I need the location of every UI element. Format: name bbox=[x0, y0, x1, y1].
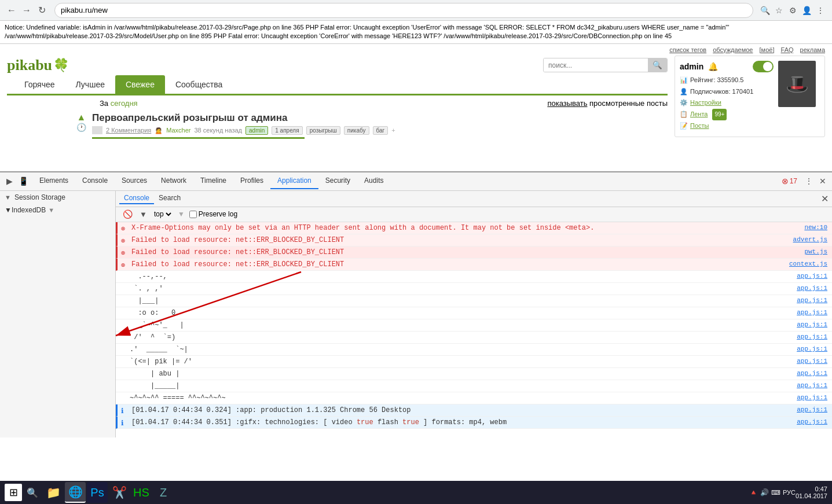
msg-source-info-2[interactable]: app.js:1 bbox=[797, 418, 827, 425]
nav-hot[interactable]: Горячее bbox=[14, 75, 65, 94]
context-select[interactable]: top bbox=[152, 209, 173, 219]
msg-source-ascii-2[interactable]: app.js:1 bbox=[797, 285, 827, 292]
search-icon[interactable]: 🔍 bbox=[758, 3, 772, 17]
tab-sources[interactable]: Sources bbox=[115, 173, 154, 189]
console-msg-ascii-10: |_____| app.js:1 bbox=[116, 380, 832, 392]
tab-security[interactable]: Security bbox=[318, 173, 357, 189]
star-icon[interactable]: ☆ bbox=[772, 3, 786, 17]
msg-source-ascii-3[interactable]: app.js:1 bbox=[797, 297, 827, 304]
settings-link[interactable]: Настройки bbox=[690, 97, 721, 109]
tab-timeline[interactable]: Timeline bbox=[193, 173, 233, 189]
add-tag-icon[interactable]: + bbox=[391, 127, 395, 134]
post-content: Первоапрельский розыгрыш от админа 2 Ком… bbox=[92, 112, 395, 139]
error-icon: ⊗ bbox=[121, 225, 125, 233]
top-link-my[interactable]: [моё] bbox=[760, 46, 775, 53]
tag-admin[interactable]: admin bbox=[245, 126, 268, 135]
msg-source-ascii-1[interactable]: app.js:1 bbox=[797, 273, 827, 279]
msg-source-ascii-8[interactable]: app.js:1 bbox=[797, 358, 827, 365]
msg-source-xframe[interactable]: new:10 bbox=[804, 224, 827, 231]
start-button[interactable]: ⊞ bbox=[5, 484, 22, 501]
taskbar-time: 0:47 bbox=[796, 485, 827, 492]
nav-best[interactable]: Лучшее bbox=[65, 75, 115, 94]
taskbar-search-button[interactable]: 🔍 bbox=[24, 484, 41, 501]
top-link-faq[interactable]: FAQ bbox=[781, 46, 794, 53]
device-icon[interactable]: 📱 bbox=[16, 174, 30, 188]
search-tab-btn[interactable]: Search bbox=[154, 193, 185, 204]
session-storage-item[interactable]: ▼ Session Storage bbox=[0, 191, 115, 204]
nav-communities[interactable]: Сообщества bbox=[165, 75, 233, 94]
search-input[interactable] bbox=[544, 58, 648, 72]
msg-source-ascii-10[interactable]: app.js:1 bbox=[797, 382, 827, 389]
preserve-log-checkbox[interactable] bbox=[189, 211, 197, 218]
taskbar-app-chrome[interactable]: 🌐 bbox=[65, 482, 86, 503]
msg-source-ascii-4[interactable]: app.js:1 bbox=[797, 309, 827, 316]
console-tab-btn[interactable]: Console bbox=[119, 193, 154, 204]
menu-icon[interactable]: ⋮ bbox=[813, 3, 827, 17]
msg-source-info-1[interactable]: app.js:1 bbox=[797, 406, 827, 413]
top-link-discuss[interactable]: обсуждаемое bbox=[713, 46, 753, 53]
extensions-icon[interactable]: ⚙ bbox=[786, 3, 800, 17]
address-bar[interactable] bbox=[54, 3, 753, 18]
feed-link[interactable]: Лента bbox=[690, 109, 708, 120]
msg-text-info-1: [01.04.17 0:44:34 0.324] :app: productio… bbox=[131, 406, 792, 414]
top-link-tags[interactable]: список тегов bbox=[669, 46, 706, 53]
tag-bug[interactable]: баг bbox=[373, 126, 388, 135]
msg-source-ascii-6[interactable]: app.js:1 bbox=[797, 333, 827, 340]
console-msg-ascii-8: `(<=| pik |= /' app.js:1 bbox=[116, 356, 832, 368]
taskbar-app-zeal[interactable]: Z bbox=[153, 482, 174, 503]
account-icon[interactable]: 👤 bbox=[800, 3, 813, 17]
msg-source-ascii-7[interactable]: app.js:1 bbox=[797, 345, 827, 352]
post-title[interactable]: Первоапрельский розыгрыш от админа bbox=[92, 112, 395, 124]
tab-profiles[interactable]: Profiles bbox=[233, 173, 270, 189]
taskbar-app-notepad[interactable]: HS bbox=[131, 482, 152, 503]
close-devtools-button[interactable]: ✕ bbox=[816, 174, 830, 188]
msg-source-advert[interactable]: advert.js bbox=[793, 236, 827, 243]
clear-console-button[interactable]: 🚫 bbox=[123, 209, 133, 219]
admin-card: admin 🔔 📊Рейтинг: 335590.5 👤Подписчиков:… bbox=[675, 56, 825, 137]
indexeddb-item[interactable]: ▼ IndexedDB ▼ bbox=[0, 204, 115, 216]
search-button[interactable]: 🔍 bbox=[648, 58, 667, 72]
ascii-line-10: |_____| bbox=[130, 382, 792, 390]
posts-link[interactable]: Посты bbox=[690, 120, 709, 132]
top-link-ads[interactable]: реклама bbox=[800, 46, 825, 53]
msg-source-pwt[interactable]: pwt.js bbox=[804, 248, 827, 255]
tab-elements[interactable]: Elements bbox=[32, 173, 75, 189]
tab-console[interactable]: Console bbox=[75, 173, 115, 189]
msg-text-pwt: Failed to load resource: net::ERR_BLOCKE… bbox=[131, 248, 800, 256]
reload-button[interactable]: ↻ bbox=[35, 3, 49, 17]
more-options-icon[interactable]: ⋮ bbox=[802, 174, 816, 188]
post-author[interactable]: Maxcher bbox=[166, 127, 190, 134]
site-top-links: список тегов обсуждаемое [моё] FAQ рекла… bbox=[0, 44, 832, 56]
comment-count[interactable]: 2 Комментария bbox=[106, 127, 151, 134]
taskbar-app-file-explorer[interactable]: 📁 bbox=[43, 482, 64, 503]
forward-button[interactable]: → bbox=[20, 3, 34, 17]
tab-application[interactable]: Application bbox=[270, 173, 318, 189]
taskbar-app-photoshop[interactable]: Ps bbox=[87, 482, 108, 503]
tab-audits[interactable]: Audits bbox=[357, 173, 390, 189]
close-console-button[interactable]: ✕ bbox=[821, 193, 829, 204]
ascii-line-3: |___| bbox=[130, 297, 792, 305]
msg-source-ascii-5[interactable]: app.js:1 bbox=[797, 321, 827, 328]
post-item: ▲ 🕐 Первоапрельский розыгрыш от админа 2… bbox=[76, 109, 668, 142]
tray-lang[interactable]: РУС bbox=[783, 489, 796, 496]
msg-source-ascii-9[interactable]: app.js:1 bbox=[797, 370, 827, 377]
inspect-icon[interactable]: ▶ bbox=[2, 174, 16, 188]
tag-date[interactable]: 1 апреля bbox=[272, 126, 302, 135]
taskbar-apps: 📁 🌐 Ps ✂️ HS Z bbox=[43, 482, 174, 503]
author-icon: 🙍 bbox=[155, 127, 163, 134]
console-messages: ⊗ X-Frame-Options may only be set via an… bbox=[116, 222, 832, 437]
taskbar-app-snipping[interactable]: ✂️ bbox=[109, 482, 130, 503]
msg-source-context[interactable]: context.js bbox=[789, 260, 827, 267]
tab-network[interactable]: Network bbox=[154, 173, 193, 189]
filter-icon-button[interactable]: ▼ bbox=[140, 210, 147, 219]
tag-giveaway[interactable]: розыгрыш bbox=[306, 126, 340, 135]
tag-pikabu[interactable]: пикабу bbox=[344, 126, 369, 135]
upvote-button[interactable]: ▲ bbox=[77, 112, 86, 123]
date-link[interactable]: сегодня bbox=[111, 99, 138, 108]
msg-source-ascii-11[interactable]: app.js:1 bbox=[797, 394, 827, 401]
back-button[interactable]: ← bbox=[5, 3, 19, 17]
nav-fresh[interactable]: Свежее bbox=[115, 75, 165, 94]
toggle-switch[interactable] bbox=[753, 61, 774, 72]
dropdown-arrow[interactable]: ▼ bbox=[48, 207, 54, 214]
tray-volume-icon[interactable]: 🔊 bbox=[760, 488, 769, 496]
